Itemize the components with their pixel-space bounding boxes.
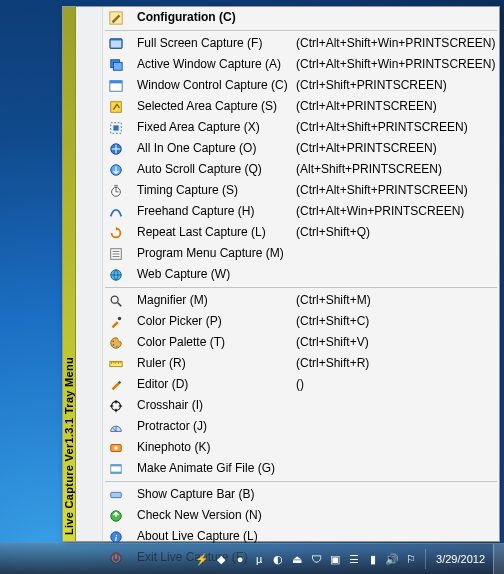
menu-item-full-screen-capture[interactable]: Full Screen Capture (F)(Ctrl+Alt+Shift+W… (103, 33, 501, 54)
menu-item-label: Repeat Last Capture (L) (129, 222, 292, 243)
desktop: Live Capture Ver1.3.1 Tray Menu Configur… (0, 0, 504, 574)
menu-item-editor[interactable]: Editor (D)() (103, 374, 501, 395)
freehand-icon (103, 201, 129, 222)
tray-app2-icon[interactable]: ● (232, 551, 248, 567)
svg-rect-13 (114, 184, 118, 186)
menu-item-shortcut: (Ctrl+Shift+R) (292, 353, 495, 374)
menu-item-window-control-capture[interactable]: Window Control Capture (C)(Ctrl+Shift+PR… (103, 75, 501, 96)
tray-safeeject-icon[interactable]: ⏏ (289, 551, 305, 567)
menu-separator (105, 30, 497, 31)
menu-item-label: Auto Scroll Capture (Q) (129, 159, 292, 180)
tray-app4-icon[interactable]: ▣ (327, 551, 343, 567)
selected-area-icon (103, 96, 129, 117)
menu-item-selected-area-capture[interactable]: Selected Area Capture (S)(Ctrl+Alt+PRINT… (103, 96, 501, 117)
menu-separator (105, 287, 497, 288)
tray-battery-icon[interactable]: ⚡ (194, 551, 210, 567)
menu-item-protractor[interactable]: Protractor (J) (103, 416, 501, 437)
menu-item-label: Kinephoto (K) (129, 437, 292, 458)
menu-item-shortcut: (Ctrl+Alt+Shift+Win+PRINTSCREEN) (292, 33, 495, 54)
system-tray: ⚡◆●µ◐⏏🛡▣☰▮🔊⚐ (190, 551, 423, 567)
menu-item-label: Freehand Capture (H) (129, 201, 292, 222)
menu-icon-column (76, 7, 103, 541)
menu-item-auto-scroll-capture[interactable]: Auto Scroll Capture (Q)(Alt+Shift+PRINTS… (103, 159, 501, 180)
tray-app5-icon[interactable]: ☰ (346, 551, 362, 567)
svg-rect-28 (111, 492, 122, 497)
protractor-icon (103, 416, 129, 437)
menu-item-make-animate-gif[interactable]: Make Animate Gif File (G) (103, 458, 501, 479)
menu-item-web-capture[interactable]: Web Capture (W) (103, 264, 501, 285)
menu-item-repeat-last-capture[interactable]: Repeat Last Capture (L)(Ctrl+Shift+Q) (103, 222, 501, 243)
menu-item-label: Program Menu Capture (M) (129, 243, 292, 264)
svg-point-24 (114, 446, 118, 450)
menu-item-shortcut: (Ctrl+Shift+M) (292, 290, 495, 311)
svg-point-16 (111, 296, 118, 303)
svg-point-19 (113, 343, 115, 345)
active-window-icon (103, 54, 129, 75)
menu-item-shortcut: (Ctrl+Alt+Shift+PRINTSCREEN) (292, 117, 495, 138)
menu-item-shortcut: (Ctrl+Alt+Win+PRINTSCREEN) (292, 201, 495, 222)
gif-icon (103, 458, 129, 479)
menu-content: Configuration (C)Full Screen Capture (F)… (76, 7, 501, 541)
kinephoto-icon (103, 437, 129, 458)
fixed-area-icon (103, 117, 129, 138)
tray-network-icon[interactable]: ▮ (365, 551, 381, 567)
menu-item-freehand-capture[interactable]: Freehand Capture (H)(Ctrl+Alt+Win+PRINTS… (103, 201, 501, 222)
menu-item-ruler[interactable]: Ruler (R)(Ctrl+Shift+R) (103, 353, 501, 374)
taskbar: ⚡◆●µ◐⏏🛡▣☰▮🔊⚐ 3/29/2012 (0, 543, 504, 574)
menu-item-fixed-area-capture[interactable]: Fixed Area Capture (X)(Ctrl+Alt+Shift+PR… (103, 117, 501, 138)
tray-volume-icon[interactable]: 🔊 (384, 551, 400, 567)
tray-separator (425, 549, 426, 569)
menu-item-shortcut: (Ctrl+Shift+C) (292, 311, 495, 332)
svg-rect-4 (113, 62, 122, 70)
menu-item-label: Color Palette (T) (129, 332, 292, 353)
menu-item-shortcut: (Ctrl+Alt+Shift+PRINTSCREEN) (292, 180, 495, 201)
menu-item-all-in-one-capture[interactable]: All In One Capture (O)(Ctrl+Alt+PRINTSCR… (103, 138, 501, 159)
tray-flag-icon[interactable]: ⚐ (403, 551, 419, 567)
allinone-icon (103, 138, 129, 159)
svg-rect-9 (113, 125, 118, 130)
menu-item-kinephoto[interactable]: Kinephoto (K) (103, 437, 501, 458)
program-menu-icon (103, 243, 129, 264)
menu-item-magnifier[interactable]: Magnifier (M)(Ctrl+Shift+M) (103, 290, 501, 311)
menu-item-label: Make Animate Gif File (G) (129, 458, 292, 479)
menu-item-shortcut: (Ctrl+Alt+PRINTSCREEN) (292, 138, 495, 159)
svg-point-20 (116, 345, 118, 347)
tray-shield-icon[interactable]: 🛡 (308, 551, 324, 567)
menu-item-timing-capture[interactable]: Timing Capture (S)(Ctrl+Alt+Shift+PRINTS… (103, 180, 501, 201)
taskbar-clock[interactable]: 3/29/2012 (428, 553, 493, 565)
svg-rect-6 (110, 80, 122, 83)
menu-item-label: Timing Capture (S) (129, 180, 292, 201)
color-palette-icon (103, 332, 129, 353)
menu-item-label: Ruler (R) (129, 353, 292, 374)
menu-item-show-capture-bar[interactable]: Show Capture Bar (B) (103, 484, 501, 505)
ruler-icon (103, 353, 129, 374)
menu-item-configuration[interactable]: Configuration (C) (103, 7, 501, 28)
svg-rect-27 (111, 471, 122, 473)
tray-utorrent-icon[interactable]: µ (251, 551, 267, 567)
show-desktop-button[interactable] (493, 544, 504, 574)
tray-app3-icon[interactable]: ◐ (270, 551, 286, 567)
menu-item-shortcut: (Ctrl+Shift+PRINTSCREEN) (292, 75, 495, 96)
svg-point-17 (118, 316, 122, 320)
tray-app1-icon[interactable]: ◆ (213, 551, 229, 567)
menu-item-label: Web Capture (W) (129, 264, 292, 285)
svg-rect-26 (111, 464, 122, 466)
menu-item-color-picker[interactable]: Color Picker (P)(Ctrl+Shift+C) (103, 311, 501, 332)
repeat-icon (103, 222, 129, 243)
menu-item-check-new-version[interactable]: Check New Version (N) (103, 505, 501, 526)
menu-item-label: Editor (D) (129, 374, 292, 395)
menu-title-text: Live Capture Ver1.3.1 Tray Menu (63, 351, 75, 541)
menu-item-crosshair[interactable]: Crosshair (I) (103, 395, 501, 416)
capturebar-icon (103, 484, 129, 505)
menu-separator (105, 481, 497, 482)
menu-item-label: Full Screen Capture (F) (129, 33, 292, 54)
menu-title-stripe: Live Capture Ver1.3.1 Tray Menu (63, 7, 76, 541)
svg-point-18 (113, 340, 115, 342)
menu-item-color-palette[interactable]: Color Palette (T)(Ctrl+Shift+V) (103, 332, 501, 353)
menu-item-program-menu-capture[interactable]: Program Menu Capture (M) (103, 243, 501, 264)
menu-item-label: Active Window Capture (A) (129, 54, 292, 75)
menu-item-shortcut: (Ctrl+Shift+Q) (292, 222, 495, 243)
magnifier-icon (103, 290, 129, 311)
menu-item-active-window-capture[interactable]: Active Window Capture (A)(Ctrl+Alt+Shift… (103, 54, 501, 75)
menu-item-shortcut: (Ctrl+Alt+PRINTSCREEN) (292, 96, 495, 117)
